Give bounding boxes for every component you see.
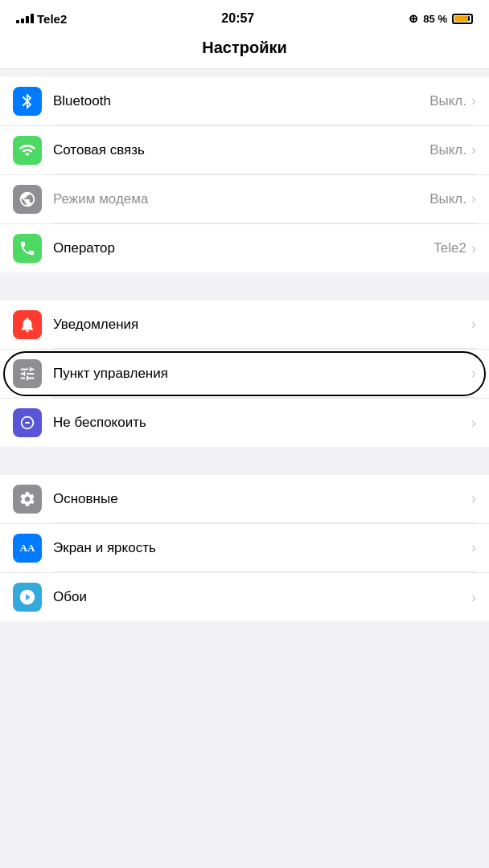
wallpaper-icon-bg	[13, 583, 42, 612]
signal-bar-1	[16, 20, 19, 23]
bluetooth-row-content: Bluetooth Выкл. ›	[53, 77, 476, 125]
display-row-content: Экран и яркость ›	[53, 524, 476, 572]
bluetooth-icon-bg	[13, 87, 42, 116]
clock: 20:57	[221, 11, 254, 26]
wallpaper-chevron: ›	[471, 589, 476, 606]
notifications-icon-bg	[13, 310, 42, 339]
bluetooth-chevron: ›	[471, 92, 476, 109]
battery-fill	[454, 16, 468, 22]
section-gap-2	[0, 447, 489, 475]
bluetooth-label: Bluetooth	[53, 93, 111, 109]
do-not-disturb-right: ›	[471, 415, 476, 432]
do-not-disturb-chevron: ›	[471, 415, 476, 432]
control-center-right: ›	[471, 365, 476, 382]
cellular-value: Выкл.	[429, 142, 466, 158]
hotspot-icon-bg	[13, 185, 42, 214]
cellular-chevron: ›	[471, 141, 476, 158]
display-icon-bg: AA	[13, 534, 42, 563]
wallpaper-right: ›	[471, 589, 476, 606]
display-icon: AA	[20, 542, 35, 555]
cellular-icon	[18, 141, 36, 159]
carrier-row-content: Оператор Tele2 ›	[53, 224, 476, 272]
control-center-row-content: Пункт управления ›	[53, 350, 476, 398]
carrier-value: Tele2	[434, 240, 466, 256]
cellular-row-content: Сотовая связь Выкл. ›	[53, 126, 476, 174]
wallpaper-icon	[18, 588, 36, 606]
hotspot-row-content: Режим модема Выкл. ›	[53, 175, 476, 223]
row-bluetooth[interactable]: Bluetooth Выкл. ›	[0, 77, 489, 126]
row-notifications[interactable]: Уведомления ›	[0, 301, 489, 350]
battery-icon	[452, 14, 473, 24]
carrier-right: Tele2 ›	[434, 240, 476, 257]
general-icon-bg	[13, 485, 42, 514]
hotspot-right: Выкл. ›	[429, 190, 476, 207]
notifications-right: ›	[471, 316, 476, 333]
carrier-chevron: ›	[471, 240, 476, 257]
notifications-chevron: ›	[471, 316, 476, 333]
display-chevron: ›	[471, 539, 476, 556]
wallpaper-row-content: Обои ›	[53, 573, 476, 621]
hotspot-chevron: ›	[471, 190, 476, 207]
cellular-right: Выкл. ›	[429, 141, 476, 158]
section-personalization: Основные › AA Экран и яркость ›	[0, 475, 489, 621]
display-label: Экран и яркость	[53, 540, 156, 556]
section-gap-3	[0, 621, 489, 649]
general-row-content: Основные ›	[53, 475, 476, 523]
signal-bar-2	[21, 18, 24, 23]
control-center-chevron: ›	[471, 365, 476, 382]
carrier-icon-bg	[13, 234, 42, 263]
row-do-not-disturb[interactable]: Не беспокоить ›	[0, 399, 489, 447]
notifications-icon	[18, 316, 36, 334]
general-label: Основные	[53, 491, 118, 507]
battery-area: ⊕ 85 %	[409, 12, 473, 25]
do-not-disturb-icon	[18, 414, 36, 432]
hotspot-label: Режим модема	[53, 191, 148, 207]
notifications-row-content: Уведомления ›	[53, 301, 476, 349]
status-bar: Tele2 20:57 ⊕ 85 %	[0, 0, 489, 32]
wallpaper-label: Обои	[53, 589, 87, 605]
row-general[interactable]: Основные ›	[0, 475, 489, 524]
signal-bar-4	[31, 14, 34, 23]
carrier-label: Оператор	[53, 240, 115, 256]
hotspot-icon	[18, 190, 36, 208]
control-center-icon	[18, 365, 36, 383]
row-wallpaper[interactable]: Обои ›	[0, 573, 489, 621]
carrier-icon	[18, 240, 36, 257]
settings-list: Bluetooth Выкл. › Сотовая связь Выкл. ›	[0, 69, 489, 649]
general-chevron: ›	[471, 490, 476, 507]
notifications-label: Уведомления	[53, 317, 138, 333]
do-not-disturb-label: Не беспокоить	[53, 415, 146, 431]
bluetooth-value: Выкл.	[429, 93, 466, 109]
cellular-icon-bg	[13, 136, 42, 165]
bluetooth-icon	[18, 92, 36, 110]
row-display[interactable]: AA Экран и яркость ›	[0, 524, 489, 573]
signal-bars	[16, 14, 34, 23]
page-title: Настройки	[202, 39, 287, 56]
nav-header: Настройки	[0, 32, 489, 69]
section-gap-1	[0, 272, 489, 301]
do-not-disturb-row-content: Не беспокоить ›	[53, 399, 476, 447]
location-icon: ⊕	[409, 12, 418, 25]
cellular-label: Сотовая связь	[53, 142, 145, 158]
signal-bar-3	[26, 16, 29, 23]
battery-tip	[468, 16, 470, 21]
carrier-name: Tele2	[37, 12, 67, 26]
do-not-disturb-icon-bg	[13, 408, 42, 437]
general-right: ›	[471, 490, 476, 507]
control-center-icon-bg	[13, 359, 42, 388]
row-cellular[interactable]: Сотовая связь Выкл. ›	[0, 126, 489, 175]
display-right: ›	[471, 539, 476, 556]
control-center-label: Пункт управления	[53, 366, 168, 382]
carrier-info: Tele2	[16, 12, 67, 26]
hotspot-value: Выкл.	[429, 191, 466, 207]
bluetooth-right: Выкл. ›	[429, 92, 476, 109]
section-system: Уведомления › Пункт управления ›	[0, 301, 489, 447]
row-control-center[interactable]: Пункт управления ›	[0, 350, 489, 399]
row-carrier[interactable]: Оператор Tele2 ›	[0, 224, 489, 272]
battery-percent: 85 %	[423, 13, 447, 25]
general-icon	[18, 490, 36, 508]
section-connectivity: Bluetooth Выкл. › Сотовая связь Выкл. ›	[0, 77, 489, 272]
row-hotspot[interactable]: Режим модема Выкл. ›	[0, 175, 489, 224]
